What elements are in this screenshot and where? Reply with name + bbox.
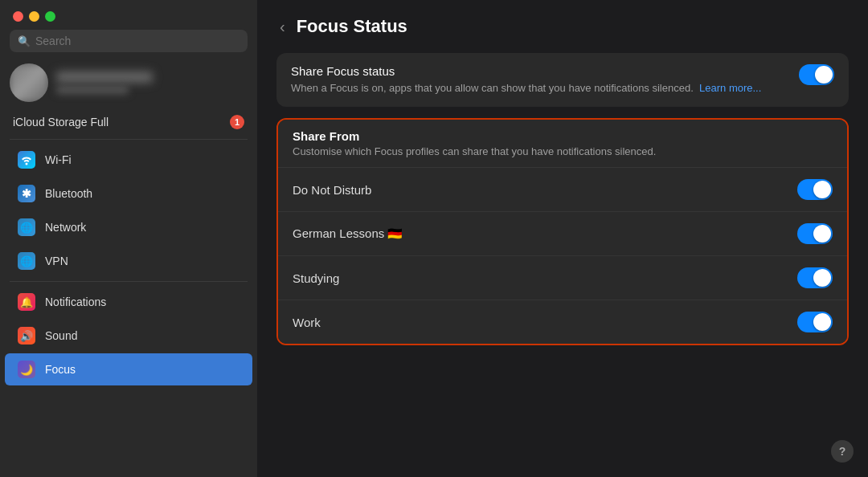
close-button[interactable]: [13, 11, 23, 22]
icloud-badge: 1: [230, 115, 244, 129]
sidebar: 🔍 iCloud Storage Full 1 Wi-Fi ✱ Bluetoot…: [0, 0, 257, 477]
sidebar-divider-1: [10, 139, 248, 140]
titlebar: [0, 0, 257, 30]
share-from-item-label-studying: Studying: [293, 271, 339, 285]
bluetooth-icon: ✱: [18, 185, 35, 202]
icloud-row[interactable]: iCloud Storage Full 1: [0, 108, 257, 136]
share-focus-description: When a Focus is on, apps that you allow …: [291, 81, 761, 96]
sidebar-item-label-wifi: Wi-Fi: [45, 153, 72, 166]
share-focus-title: Share Focus status: [291, 64, 761, 78]
share-focus-text: Share Focus status When a Focus is on, a…: [291, 64, 761, 96]
share-focus-description-text: When a Focus is on, apps that you allow …: [291, 82, 694, 94]
notifications-icon: 🔔: [18, 293, 35, 311]
maximize-button[interactable]: [45, 11, 55, 22]
sidebar-item-network[interactable]: 🌐 Network: [5, 211, 252, 243]
profile-subtitle: [56, 86, 129, 94]
sidebar-item-focus[interactable]: 🌙 Focus: [5, 353, 252, 385]
share-from-section: Share From Customise which Focus profile…: [276, 118, 849, 345]
share-from-subtitle: Customise which Focus profiles can share…: [293, 145, 833, 157]
share-focus-toggle[interactable]: [799, 64, 834, 85]
share-from-title: Share From: [293, 129, 833, 143]
share-from-item-label-do-not-disturb: Do Not Disturb: [293, 183, 371, 197]
network-icon: 🌐: [18, 218, 35, 236]
sidebar-item-label-network: Network: [45, 221, 86, 234]
share-from-item-studying: Studying: [278, 256, 847, 300]
sound-icon: 🔊: [18, 327, 35, 344]
share-focus-card: Share Focus status When a Focus is on, a…: [276, 53, 849, 107]
minimize-button[interactable]: [29, 11, 39, 22]
avatar: [10, 63, 48, 102]
icloud-label: iCloud Storage Full: [13, 116, 108, 128]
share-from-header: Share From Customise which Focus profile…: [278, 120, 847, 168]
learn-more-link[interactable]: Learn more...: [699, 82, 761, 94]
vpn-icon: 🌐: [18, 252, 35, 270]
sidebar-item-sound[interactable]: 🔊 Sound: [5, 320, 252, 352]
sidebar-item-label-focus: Focus: [45, 363, 76, 376]
profile-name: [56, 71, 153, 83]
main-wrapper: ‹ Focus Status Share Focus status When a…: [257, 0, 868, 477]
studying-toggle[interactable]: [797, 267, 833, 288]
search-bar[interactable]: 🔍: [10, 30, 248, 52]
profile-info: [56, 71, 153, 94]
traffic-lights: [13, 11, 55, 22]
main-content: ‹ Focus Status Share Focus status When a…: [257, 0, 868, 477]
focus-icon: 🌙: [18, 361, 35, 378]
sidebar-item-label-notifications: Notifications: [45, 296, 106, 308]
sidebar-item-label-sound: Sound: [45, 329, 77, 342]
german-lessons-toggle[interactable]: [797, 223, 833, 244]
profile-section: [0, 59, 257, 108]
sidebar-item-label-bluetooth: Bluetooth: [45, 187, 92, 200]
page-title: Focus Status: [297, 16, 407, 37]
sidebar-item-vpn[interactable]: 🌐 VPN: [5, 245, 252, 277]
page-header: ‹ Focus Status: [276, 16, 849, 37]
share-from-item-german-lessons: German Lessons 🇩🇪: [278, 212, 847, 256]
share-from-item-label-german-lessons: German Lessons 🇩🇪: [293, 226, 403, 241]
sidebar-item-notifications[interactable]: 🔔 Notifications: [5, 286, 252, 318]
share-from-item-do-not-disturb: Do Not Disturb: [278, 168, 847, 212]
work-toggle[interactable]: [797, 312, 833, 332]
share-from-item-label-work: Work: [293, 316, 321, 329]
back-button[interactable]: ‹: [276, 17, 289, 36]
german-lessons-emoji: 🇩🇪: [387, 226, 403, 240]
sidebar-item-label-vpn: VPN: [45, 255, 68, 267]
search-input[interactable]: [35, 35, 240, 47]
sidebar-item-bluetooth[interactable]: ✱ Bluetooth: [5, 177, 252, 210]
search-icon: 🔍: [18, 35, 31, 47]
sidebar-divider-2: [10, 281, 248, 282]
share-from-item-work: Work: [278, 300, 847, 344]
do-not-disturb-toggle[interactable]: [797, 179, 833, 200]
wifi-icon: [18, 151, 35, 169]
sidebar-item-wifi[interactable]: Wi-Fi: [5, 144, 252, 176]
help-button[interactable]: ?: [831, 440, 854, 463]
